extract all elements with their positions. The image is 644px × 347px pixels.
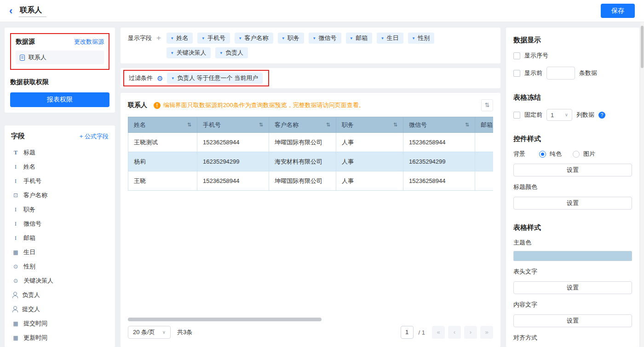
pager-controls: 1 / 1 «‹›» [401,326,493,339]
chip-label: 关键决策人 [176,49,206,57]
field-item[interactable]: I姓名 [11,159,109,174]
filter-condition-chip[interactable]: ▾ 负责人 等于任意一个 当前用户 [167,73,263,84]
field-item[interactable]: I手机号 [11,174,109,188]
table-cell: 坤曜国际有限公司 [269,171,336,191]
display-field-chip[interactable]: ▾生日 [377,33,403,44]
help-icon[interactable]: ? [598,112,605,119]
field-item[interactable]: I邮箱 [11,231,109,245]
field-item[interactable]: ⊡客户名称 [11,188,109,202]
display-field-chip[interactable]: ▾邮箱 [346,33,373,44]
sort-icon[interactable]: ⇅ [259,122,263,128]
bg-solid-radio[interactable] [539,151,546,158]
sort-order-icon[interactable]: ⇅ [481,99,493,111]
chip-label: 客户名称 [245,34,269,42]
vertical-scrollbar-thumb[interactable] [641,26,644,68]
display-field-chip[interactable]: ▾关键决策人 [167,47,211,58]
horizontal-scrollbar-thumb[interactable] [128,318,322,321]
field-item[interactable]: T标题 [11,145,109,159]
display-field-chip[interactable]: ▾性别 [408,33,435,44]
bg-image-radio[interactable] [573,151,580,158]
prev-page-button[interactable]: ‹ [448,326,461,339]
show-first-checkbox[interactable] [513,70,520,77]
horizontal-scrollbar[interactable] [128,318,493,321]
header-text-set-button[interactable]: 设置 [513,281,632,294]
field-label: 更新时间 [23,334,47,341]
chip-label: 生日 [387,34,399,42]
column-header[interactable]: 手机号⇅ [197,117,269,133]
field-item[interactable]: ⊙性别 [11,259,109,273]
datasource-item[interactable]: 联系人 [16,51,104,64]
field-label: 客户名称 [23,191,47,199]
sort-icon[interactable]: ⇅ [465,122,469,128]
column-header[interactable]: 职务⇅ [336,117,403,133]
vertical-scrollbar[interactable] [640,22,644,347]
save-button[interactable]: 保存 [601,4,635,18]
sort-icon[interactable]: ⇅ [187,122,191,128]
permission-title: 数据获取权限 [10,78,109,86]
next-page-button[interactable]: › [464,326,477,339]
field-item[interactable]: ⊙关键决策人 [11,273,109,288]
change-datasource-link[interactable]: 更改数据源 [74,38,104,46]
show-index-label: 显示序号 [524,51,548,60]
report-permission-button[interactable]: 报表权限 [10,92,109,107]
page-size-value: 20 条/页 [133,328,155,336]
sort-icon[interactable]: ⇅ [326,122,330,128]
table-row: 杨莉16235294299海安材料有限公司人事16235294299 [128,152,494,171]
field-item[interactable]: I微信号 [11,216,109,231]
preview-header: 联系人 ! 编辑界面只取数据源前200条作为查询数据预览，完整数据请访问页面查看… [128,99,493,111]
display-field-chip[interactable]: ▾客户名称 [235,33,273,44]
field-item[interactable]: ▦更新时间 [11,330,109,341]
freeze-count-select[interactable]: 1 ∨ [546,109,572,121]
show-first-count-input[interactable] [546,67,575,80]
field-label: 提交人 [22,305,40,313]
column-header[interactable]: 微信号⇅ [403,117,475,133]
show-index-row: 显示序号 [513,51,632,60]
page-size-select[interactable]: 20 条/页 ∨ [128,326,171,339]
field-item[interactable]: 负责人 [11,288,109,302]
chip-label: 微信号 [319,34,337,42]
field-item[interactable]: ▦提交时间 [11,316,109,330]
first-page-button[interactable]: « [432,326,445,339]
table-style-title: 表格样式 [513,223,632,232]
page-title: 联系人 [19,5,46,17]
bg-solid-label: 纯色 [550,150,562,158]
freeze-prefix-label: 固定前 [524,111,542,119]
header-text-label: 表头文字 [513,267,632,276]
background-set-button[interactable]: 设置 [513,164,632,176]
field-item[interactable]: ▦生日 [11,245,109,259]
theme-color-swatch[interactable] [513,251,632,261]
content-text-set-button[interactable]: 设置 [513,314,632,327]
sort-icon[interactable]: ⇅ [393,122,397,128]
display-field-chip[interactable]: ▾职务 [278,33,305,44]
column-header-label: 手机号 [203,121,221,129]
display-field-chip[interactable]: ▾微信号 [309,33,341,44]
back-icon[interactable]: ‹ [9,6,12,16]
show-index-checkbox[interactable] [513,52,520,59]
gear-icon[interactable]: ⚙ [157,75,163,82]
add-display-field-button[interactable]: + [156,33,161,44]
field-item[interactable]: I职务 [11,202,109,216]
column-header[interactable]: 姓名⇅ [128,117,197,133]
field-label: 提交时间 [23,319,47,328]
table-cell: 15236258944 [403,133,475,152]
table-cell: 16235294299 [403,152,475,171]
total-count: 共3条 [177,328,192,336]
column-header[interactable]: 邮箱⇅ [475,117,494,133]
column-header[interactable]: 客户名称⇅ [269,117,336,133]
last-page-button[interactable]: » [480,326,493,339]
add-formula-field-link[interactable]: + 公式字段 [80,132,109,141]
field-item[interactable]: 提交人 [11,302,109,316]
text-icon: I [12,220,19,228]
title-color-set-button[interactable]: 设置 [513,197,632,210]
field-label: 负责人 [22,291,40,299]
column-header-label: 职务 [342,121,354,129]
content-text-label: 内容文字 [513,301,632,309]
display-field-chip[interactable]: ▾姓名 [167,33,193,44]
background-label: 背景 [513,150,525,158]
current-page-input[interactable]: 1 [401,326,414,339]
display-field-chip[interactable]: ▾手机号 [197,33,230,44]
freeze-checkbox[interactable] [513,112,520,119]
title-color-label: 标题颜色 [513,183,632,191]
field-label: 标题 [23,148,35,157]
display-field-chip[interactable]: ▾负责人 [215,47,248,58]
